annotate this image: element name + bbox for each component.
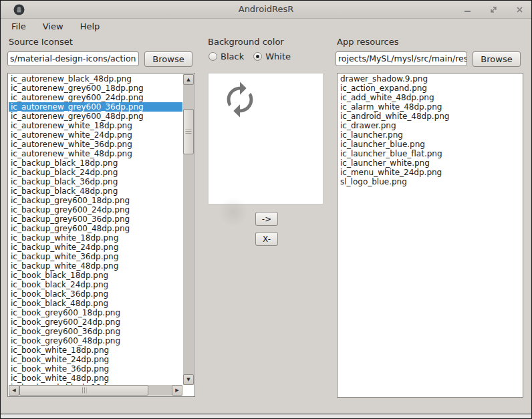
list-item[interactable]: ic_book_grey600_18dp.png (9, 308, 182, 317)
vertical-scrollbar-thumb[interactable] (183, 109, 194, 154)
maximize-button[interactable] (488, 5, 499, 15)
transfer-button[interactable]: -> (255, 212, 278, 226)
resources-file-list: drawer_shadow.9.pngic_action_expand.pngi… (337, 73, 523, 398)
list-item[interactable]: ic_autorenew_grey600_18dp.png (9, 84, 182, 93)
resources-browse-button[interactable]: Browse (473, 51, 521, 67)
list-item[interactable]: ic_book_black_36dp.png (9, 289, 182, 299)
background-color-label: Background color (208, 37, 284, 47)
list-item[interactable]: ic_autorenew_white_36dp.png (9, 140, 182, 149)
list-item[interactable]: ic_backup_grey600_48dp.png (9, 224, 182, 233)
list-item[interactable]: ic_book_white_48dp.png (9, 374, 182, 383)
list-item[interactable]: ic_book_white_24dp.png (9, 355, 182, 364)
list-item[interactable]: ic_book_black_18dp.png (9, 271, 182, 280)
menu-view[interactable]: View (40, 21, 66, 32)
list-item[interactable]: ic_drawer.png (338, 121, 522, 130)
thumb-grip (186, 130, 192, 134)
list-item[interactable]: ic_autorenew_black_48dp.png (9, 74, 182, 84)
radio-white-label: White (265, 51, 291, 61)
app-window: AndroidResR File View Help Source Iconse… (0, 0, 532, 419)
source-file-rows: ic_autorenew_black_48dp.pngic_autorenew_… (9, 74, 182, 385)
list-item[interactable]: ic_book_white_36dp.png (9, 364, 182, 374)
scroll-right-button[interactable]: ▶ (172, 385, 182, 396)
list-item[interactable]: ic_launcher_white.png (338, 158, 522, 168)
list-item[interactable]: sl_logo_blue.png (338, 177, 522, 186)
list-item[interactable]: ic_backup_white_48dp.png (9, 261, 182, 271)
list-item[interactable]: ic_book_grey600_24dp.png (9, 317, 182, 327)
minimize-button[interactable] (462, 5, 473, 15)
background-color-radios: Black White (209, 51, 291, 61)
list-item[interactable]: ic_backup_white_18dp.png (9, 233, 182, 243)
list-item[interactable]: ic_action_expand.png (338, 84, 522, 93)
list-item[interactable]: ic_autorenew_grey600_48dp.png (9, 112, 182, 121)
list-item[interactable]: ic_menu_white_24dp.png (338, 168, 522, 177)
app-resources-label: App resources (337, 37, 399, 47)
resources-file-rows: drawer_shadow.9.pngic_action_expand.pngi… (338, 74, 522, 396)
window-controls (462, 1, 525, 19)
scroll-up-button[interactable]: ▲ (183, 74, 194, 85)
maximize-icon (489, 5, 498, 14)
radio-white[interactable]: White (253, 51, 291, 61)
radio-white-circle (253, 52, 262, 61)
close-icon (516, 6, 523, 13)
list-item[interactable]: ic_book_black_48dp.png (9, 299, 182, 308)
list-item[interactable]: ic_autorenew_grey600_24dp.png (9, 93, 182, 102)
menu-help[interactable]: Help (78, 21, 103, 32)
radio-black-label: Black (221, 51, 244, 61)
source-file-list: ic_autorenew_black_48dp.pngic_autorenew_… (7, 73, 195, 397)
list-item[interactable]: ic_book_grey600_36dp.png (9, 327, 182, 336)
thumb-grip (82, 388, 86, 394)
remove-button[interactable]: X- (255, 232, 278, 246)
scroll-left-button[interactable]: ◀ (9, 385, 19, 396)
source-path-input[interactable]: s/material-design-icons/action (7, 51, 139, 66)
window-title: AndroidResR (1, 4, 531, 14)
list-item[interactable]: ic_book_grey600_48dp.png (9, 336, 182, 345)
list-item[interactable]: ic_launcher_blue.png (338, 140, 522, 149)
resources-path-input[interactable]: rojects/MySL/mysl/src/main/res (336, 51, 467, 66)
list-item[interactable]: ic_add_white_48dp.png (338, 93, 522, 102)
list-item[interactable]: ic_backup_grey600_18dp.png (9, 196, 182, 205)
source-iconset-label: Source Iconset (9, 37, 73, 47)
titlebar: AndroidResR (1, 1, 531, 19)
window-bottom-edge (1, 414, 531, 418)
list-item[interactable]: ic_book_white_18dp.png (9, 345, 182, 355)
menu-bar: File View Help (1, 19, 531, 33)
horizontal-scrollbar-thumb[interactable] (19, 385, 148, 396)
list-item[interactable]: ic_autorenew_white_48dp.png (9, 149, 182, 158)
list-item[interactable]: ic_launcher.png (338, 130, 522, 140)
list-item[interactable]: ic_autorenew_grey600_36dp.png (9, 102, 182, 112)
radio-black-circle (209, 52, 217, 61)
list-item[interactable]: ic_backup_grey600_36dp.png (9, 215, 182, 224)
list-item[interactable]: ic_backup_white_24dp.png (9, 243, 182, 252)
list-item[interactable]: ic_backup_black_24dp.png (9, 168, 182, 177)
autorenew-icon (221, 80, 259, 119)
minimize-icon (464, 11, 471, 12)
list-item[interactable]: ic_autorenew_white_24dp.png (9, 130, 182, 140)
list-item[interactable]: ic_alarm_white_48dp.png (338, 102, 522, 112)
list-item[interactable]: ic_backup_grey600_24dp.png (9, 205, 182, 215)
menu-file[interactable]: File (9, 21, 29, 32)
list-item[interactable]: ic_autorenew_white_18dp.png (9, 121, 182, 130)
list-item[interactable]: ic_launcher_blue_flat.png (338, 149, 522, 158)
list-item[interactable]: ic_android_white_48dp.png (338, 112, 522, 121)
close-button[interactable] (514, 5, 525, 15)
list-item[interactable]: ic_backup_black_48dp.png (9, 186, 182, 196)
icon-preview-area (208, 73, 323, 204)
source-browse-button[interactable]: Browse (144, 51, 192, 67)
list-item[interactable]: ic_backup_black_36dp.png (9, 177, 182, 186)
list-item[interactable]: ic_backup_white_36dp.png (9, 252, 182, 261)
list-item[interactable]: ic_backup_black_18dp.png (9, 158, 182, 168)
scroll-down-button[interactable]: ▼ (183, 374, 194, 385)
list-item[interactable]: drawer_shadow.9.png (338, 74, 522, 84)
list-item[interactable]: ic_book_black_24dp.png (9, 280, 182, 289)
radio-black[interactable]: Black (209, 51, 244, 61)
